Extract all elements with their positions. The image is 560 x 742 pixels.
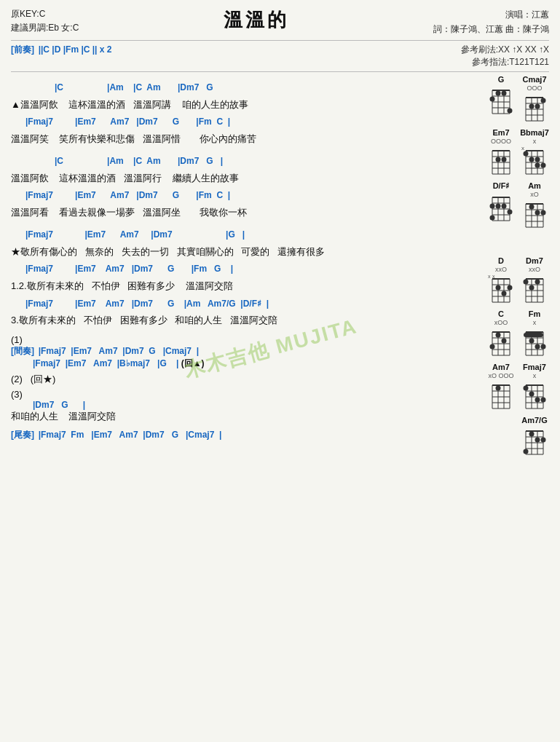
ch-chord2: |Fmaj7 |Em7 Am7 |Dm7 G |Fm G | [11, 261, 435, 277]
svg-point-47 [535, 162, 540, 167]
Am-diagram [520, 198, 549, 229]
diagram-row-2: Em7 OOOO Bbmaj7 x [441, 128, 549, 175]
v1-chord1: |C |Am |C Am |Dm7 G [11, 79, 435, 96]
svg-point-62 [502, 203, 507, 208]
svg-point-49 [535, 157, 540, 162]
svg-point-75 [535, 210, 540, 215]
diagram-row-6: Am7 xO OOO Fmaj7 x [441, 363, 549, 410]
chorus-block: |Fmaj7 |Em7 Am7 |Dm7 |G | ★敬所有傷心的 無奈的 失去… [11, 226, 437, 330]
Bbmaj7-diagram: x [520, 145, 549, 175]
v2-chord1: |C |Am |C Am |Dm7 G | [11, 153, 435, 170]
Fmaj7-diagram [520, 379, 549, 410]
chord-DFsharp: D/F♯ [486, 181, 516, 229]
svg-point-126 [535, 344, 540, 349]
verse1-block: |C |Am |C Am |Dm7 G ▲溫溫阿飲 這杯溫溫的酒 溫溫阿講 咱的… [11, 79, 437, 149]
Fm-diagram [520, 326, 549, 357]
v2-chord2: |Fmaj7 |Em7 Am7 |Dm7 G |Fm C | [11, 187, 435, 204]
interlude-chords2: |Fmaj7 |Em7 Am7 |B♭maj7 |G | (回▲) [11, 358, 435, 370]
svg-point-114 [502, 338, 507, 343]
spacer [441, 234, 549, 256]
svg-point-60 [490, 203, 495, 208]
chord-Am7G: Am7/G [520, 416, 549, 456]
svg-point-147 [524, 385, 529, 390]
interlude-chords1: |Fmaj7 |Em7 Am7 |Dm7 G |Cmaj7 | [39, 346, 199, 356]
v1-chord2: |Fmaj7 |Em7 Am7 |Dm7 G |Fm C | [11, 114, 435, 130]
svg-point-161 [529, 431, 535, 436]
section3-lyric: 和咱的人生 溫溫阿交陪 [11, 410, 437, 423]
prelude-line: [前奏] ||C |D |Fm |C || x 2 [11, 44, 112, 56]
svg-point-45 [524, 151, 529, 156]
v2-lyric2: 溫溫阿看 看過去親像一場夢 溫溫阿坐 我敬你一杯 [11, 204, 437, 222]
chord-Em7: Em7 OOOO [486, 128, 516, 175]
ch-chord1: |Fmaj7 |Em7 Am7 |Dm7 |G | [11, 226, 435, 243]
prelude-chords: ||C [39, 44, 52, 55]
svg-point-149 [535, 397, 540, 402]
C-diagram [486, 326, 516, 357]
chord-Cmaj7: Cmaj7 OOO [520, 75, 549, 122]
svg-point-162 [535, 437, 540, 442]
svg-point-101 [529, 285, 535, 290]
svg-point-102 [535, 279, 540, 284]
Am7G-diagram [520, 425, 549, 456]
chord-Dm7: Dm7 xxO [520, 256, 549, 304]
svg-point-86 [496, 285, 501, 290]
original-key: 原KEY:C [11, 7, 79, 21]
outro-chords: |Fmaj7 Fm |Em7 Am7 |Dm7 G |Cmaj7 | [39, 430, 222, 440]
v1-lyric2: 溫溫阿笑 笑所有快樂和悲傷 溫溫阿惜 你心內的痛苦 [11, 130, 437, 149]
chord-Am: Am xO [520, 181, 549, 229]
section3-block: (3) |Dm7 G | 和咱的人生 溫溫阿交陪 [11, 389, 437, 423]
top-divider [11, 40, 549, 41]
outro-label: [尾奏] [11, 430, 34, 440]
D-diagram: x x [486, 273, 516, 304]
interlude-label: [間奏] [11, 346, 34, 356]
diagram-row-3: D/F♯ A [441, 181, 549, 229]
chord-G: G [486, 75, 516, 122]
svg-point-46 [529, 157, 535, 162]
prelude-label: [前奏] [11, 44, 34, 55]
svg-point-64 [490, 215, 495, 220]
verse2-block: |C |Am |C Am |Dm7 G | 溫溫阿飲 這杯溫溫的酒 溫溫阿行 繼… [11, 153, 437, 222]
header: 原KEY:C 建議男調:Eb 女:C 溫溫的 演唱：江蕙 詞：陳子鴻、江蕙 曲：… [11, 7, 549, 37]
svg-point-125 [529, 338, 535, 343]
chord-diagrams-panel: G [441, 75, 549, 462]
refer-info: 參考刷法:XX ↑X XX ↑X 參考指法:T121T121 [461, 44, 549, 68]
Am7-diagram [486, 379, 516, 410]
strum-pattern: 參考刷法:XX ↑X XX ↑X [461, 44, 549, 56]
chord-C: C xOO [486, 309, 516, 357]
chord-D: D xxO x x [486, 256, 516, 304]
interlude-num: (1) [11, 334, 437, 345]
v2-lyric1: 溫溫阿飲 這杯溫溫的酒 溫溫阿行 繼續人生的故事 [11, 170, 437, 188]
ch-lyric2: 1.2.敬所有未來的 不怕伊 困難有多少 溫溫阿交陪 [11, 277, 437, 296]
svg-point-34 [496, 157, 501, 162]
svg-point-88 [508, 285, 513, 290]
ch-chord3: |Fmaj7 |Em7 Am7 |Dm7 G |Am Am7/G |D/F♯ | [11, 296, 435, 312]
score-content: |C |Am |C Am |Dm7 G ▲溫溫阿飲 這杯溫溫的酒 溫溫阿講 咱的… [11, 75, 437, 462]
section3-chords: |Dm7 G | [11, 400, 435, 410]
chord-Bbmaj7: Bbmaj7 x x [520, 128, 549, 175]
section2-label: (2) (回★) [11, 373, 437, 386]
svg-text:x: x [521, 145, 524, 151]
svg-point-48 [541, 162, 546, 167]
svg-point-24 [541, 98, 546, 103]
singer: 演唱：江蕙 [433, 7, 549, 22]
chord-Fm: Fm x [520, 309, 549, 357]
Cmaj7-diagram [520, 92, 549, 122]
G-diagram [486, 84, 516, 115]
key-info: 原KEY:C 建議男調:Eb 女:C [11, 7, 79, 37]
section2: (2) (回★) [11, 373, 437, 386]
singer-info: 演唱：江蕙 詞：陳子鴻、江蕙 曲：陳子鴻 [433, 7, 549, 37]
words-music: 詞：陳子鴻、江蕙 曲：陳子鴻 [433, 22, 549, 36]
svg-point-9 [490, 96, 495, 101]
section3-label: (3) [11, 389, 437, 400]
suggested-key: 建議男調:Eb 女:C [11, 21, 79, 35]
svg-point-150 [541, 397, 546, 402]
svg-text:x: x [488, 274, 491, 279]
mid-divider [11, 71, 549, 72]
prelude-fm: |Fm [63, 44, 82, 55]
svg-point-87 [502, 291, 507, 296]
svg-point-23 [535, 103, 540, 108]
svg-point-74 [529, 204, 535, 209]
svg-text:x: x [492, 274, 495, 279]
chord-Fmaj7: Fmaj7 x [520, 363, 549, 410]
chord-Am7: Am7 xO OOO [486, 363, 516, 410]
